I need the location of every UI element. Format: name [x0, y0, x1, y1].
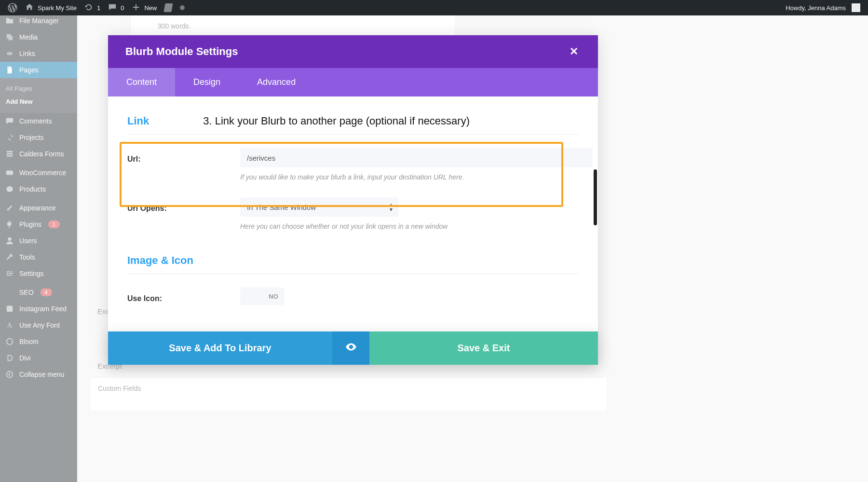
button-label: Save & Exit	[458, 343, 510, 354]
yoast-words: 300 words.	[138, 22, 447, 30]
section-link-title: Link	[127, 115, 149, 127]
yoast-icon	[5, 288, 14, 297]
sidebar-item-label: WooCommerce	[19, 169, 66, 177]
bg-custom-fields: Custom Fields	[98, 385, 141, 392]
home-icon	[25, 3, 35, 13]
new-link[interactable]: New	[128, 0, 161, 15]
font-icon: A	[5, 320, 14, 330]
tab-label: Content	[126, 77, 157, 87]
sidebar-item-useanyfont[interactable]: A Use Any Font	[0, 317, 77, 333]
form-icon	[5, 149, 14, 159]
sidebar-item-divi[interactable]: Divi	[0, 350, 77, 366]
close-button[interactable]: ✕	[567, 45, 581, 58]
sidebar-sub-add-new[interactable]: Add New	[6, 95, 77, 108]
wp-admin-menu: File Manager Media Links Pages All Pages…	[0, 15, 77, 482]
sidebar-item-label: Comments	[19, 117, 52, 125]
url-input[interactable]	[240, 148, 592, 167]
comments-link[interactable]: 0	[104, 0, 128, 15]
tab-design[interactable]: Design	[175, 68, 239, 96]
media-icon	[5, 32, 14, 42]
divider	[127, 134, 579, 135]
plugins-badge: 1	[48, 220, 60, 228]
comment-icon	[108, 3, 118, 13]
site-name-link[interactable]: Spark My Site	[21, 0, 81, 15]
collapse-icon	[5, 370, 14, 379]
sidebar-item-bloom[interactable]: Bloom	[0, 333, 77, 350]
sidebar-submenu-pages: All Pages Add New	[0, 78, 77, 113]
svg-rect-1	[7, 306, 13, 312]
modal-footer: Save & Add To Library Save & Exit	[108, 331, 598, 365]
blurb-settings-modal: Blurb Module Settings ✕ Content Design A…	[108, 35, 598, 365]
row-use-icon: Use Icon: NO	[127, 288, 579, 305]
label-url-opens: Url Opens:	[127, 197, 240, 213]
sidebar-item-projects[interactable]: Projects	[0, 129, 77, 146]
scrollbar-thumb[interactable]	[594, 169, 597, 225]
close-icon: ✕	[570, 45, 578, 58]
sidebar-item-woocommerce[interactable]: WooCommerce	[0, 165, 77, 181]
sidebar-item-label: SEO	[19, 289, 34, 296]
sidebar-item-instagram[interactable]: Instagram Feed	[0, 301, 77, 317]
wp-logo[interactable]	[4, 0, 21, 15]
url-opens-value: In The Same Window	[247, 203, 316, 211]
preview-button[interactable]	[332, 331, 369, 365]
tab-content[interactable]: Content	[108, 68, 175, 96]
comments-count: 0	[121, 4, 124, 12]
url-help: If you would like to make your blurb a l…	[240, 173, 579, 181]
chevron-updown-icon: ▴▾	[390, 202, 393, 212]
sidebar-item-pages[interactable]: Pages	[0, 62, 77, 78]
toggle-yes	[240, 288, 262, 305]
yoast-adminbar[interactable]	[161, 0, 176, 15]
extra-adminbar-dot[interactable]	[176, 0, 189, 15]
sidebar-item-settings[interactable]: Settings	[0, 265, 77, 282]
sidebar-item-collapse[interactable]: Collapse menu	[0, 366, 77, 383]
svg-point-2	[7, 339, 13, 345]
account-link[interactable]: Howdy, Jenna Adams	[782, 0, 864, 15]
sidebar-item-label: Pages	[19, 66, 39, 74]
new-label: New	[144, 4, 157, 12]
button-label: Save & Add To Library	[169, 343, 271, 354]
sidebar-item-label: Collapse menu	[19, 371, 64, 378]
yoast-icon	[164, 3, 173, 12]
sidebar-item-appearance[interactable]: Appearance	[0, 200, 77, 216]
sidebar-sub-all-pages[interactable]: All Pages	[6, 82, 77, 95]
sidebar-item-label: Bloom	[19, 338, 39, 345]
link-icon	[5, 49, 14, 58]
image-icon	[5, 304, 14, 314]
woo-icon	[5, 168, 14, 178]
plus-icon	[132, 3, 141, 13]
step-hint: 3. Link your Blurb to another page (opti…	[203, 115, 470, 127]
sidebar-item-media[interactable]: Media	[0, 29, 77, 45]
sidebar-item-label: Appearance	[19, 204, 56, 212]
greeting-text: Howdy, Jenna Adams	[786, 4, 846, 12]
url-opens-help: Here you can choose whether or not your …	[240, 222, 579, 230]
bloom-icon	[5, 337, 14, 346]
wrench-icon	[5, 252, 14, 262]
sidebar-item-comments[interactable]: Comments	[0, 113, 77, 129]
status-dot-icon	[180, 5, 185, 10]
sidebar-item-users[interactable]: Users	[0, 233, 77, 249]
sidebar-item-label: Plugins	[19, 220, 41, 228]
updates-link[interactable]: 1	[81, 0, 104, 15]
label-url: Url:	[127, 148, 240, 164]
use-icon-toggle[interactable]: NO	[240, 288, 285, 305]
sidebar-item-plugins[interactable]: Plugins 1	[0, 216, 77, 233]
save-add-library-button[interactable]: Save & Add To Library	[108, 331, 332, 365]
sidebar-item-label: Instagram Feed	[19, 305, 67, 313]
tab-label: Design	[193, 77, 220, 87]
sidebar-item-tools[interactable]: Tools	[0, 249, 77, 265]
tab-advanced[interactable]: Advanced	[239, 68, 314, 96]
sidebar-item-caldera[interactable]: Caldera Forms	[0, 146, 77, 162]
box-icon	[5, 184, 14, 194]
sidebar-sub-label: All Pages	[6, 85, 32, 92]
sidebar-item-seo[interactable]: SEO 4	[0, 284, 77, 301]
url-opens-select[interactable]: In The Same Window ▴▾	[240, 197, 398, 217]
sidebar-item-label: Media	[19, 33, 38, 41]
divi-icon	[5, 353, 14, 363]
sidebar-item-label: Projects	[19, 134, 44, 141]
modal-tabs: Content Design Advanced	[108, 68, 598, 96]
sidebar-item-links[interactable]: Links	[0, 45, 77, 62]
save-exit-button[interactable]: Save & Exit	[369, 331, 598, 365]
sidebar-item-products[interactable]: Products	[0, 181, 77, 197]
sidebar-item-label: Tools	[19, 253, 35, 261]
sidebar-item-label: Users	[19, 237, 37, 245]
